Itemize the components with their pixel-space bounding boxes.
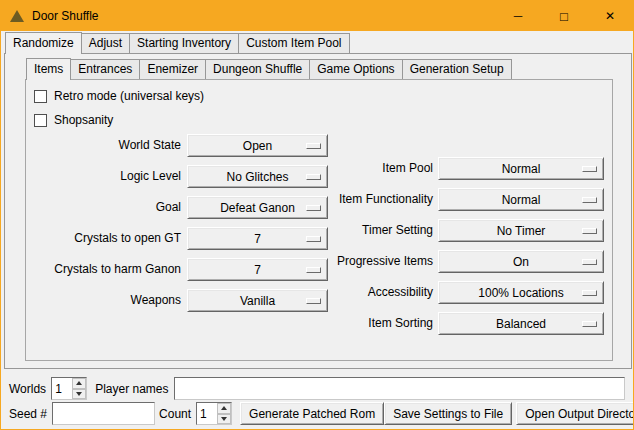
count-spinner [196,402,232,425]
logic-level-dropdown[interactable]: No Glitches [187,165,328,188]
world-state-label: World State [25,134,181,157]
seed-row: Seed # Count Generate Patched Rom Save S… [9,402,627,425]
crystals-open-gt-value: 7 [254,232,261,246]
seed-label: Seed # [9,407,47,421]
goal-label: Goal [25,196,181,219]
seed-input[interactable] [52,402,155,425]
count-label: Count [159,407,191,421]
logic-level-label: Logic Level [25,165,181,188]
crystals-harm-ganon-label: Crystals to harm Ganon [25,258,181,281]
player-names-label: Player names [95,382,168,396]
retro-mode-label: Retro mode (universal keys) [54,89,204,103]
crystals-open-gt-dropdown[interactable]: 7 [187,227,328,250]
world-state-dropdown[interactable]: Open [187,134,328,157]
dropdown-indicator-icon [306,298,321,304]
logic-level-value: No Glitches [226,170,288,184]
items-tab-content: Retro mode (universal keys) Shopsanity W… [1,1,633,429]
generate-patched-rom-button[interactable]: Generate Patched Rom [240,402,384,425]
shopsanity-checkbox[interactable] [34,114,47,127]
dropdown-indicator-icon [582,321,597,327]
item-sorting-value: Balanced [496,317,546,331]
item-sorting-label: Item Sorting [311,312,433,335]
crystals-harm-ganon-dropdown[interactable]: 7 [187,258,328,281]
open-output-directory-button[interactable]: Open Output Directory [516,402,634,425]
worlds-spin-up-button[interactable] [72,378,86,389]
door-shuffle-window: Door Shuffle ─ □ ✕ Randomize Adjust Star… [0,0,634,430]
item-sorting-dropdown[interactable]: Balanced [438,312,604,335]
worlds-spinner-buttons [72,378,86,399]
dropdown-indicator-icon [306,143,321,149]
goal-dropdown[interactable]: Defeat Ganon [187,196,328,219]
worlds-row: Worlds Player names [9,377,625,400]
crystals-harm-ganon-value: 7 [254,263,261,277]
count-spinner-buttons [217,403,231,424]
shopsanity-label: Shopsanity [54,113,113,127]
goal-value: Defeat Ganon [220,201,295,215]
retro-mode-checkbox[interactable] [34,90,47,103]
dropdown-indicator-icon [306,205,321,211]
count-spin-down-button[interactable] [217,414,231,425]
worlds-label: Worlds [9,382,46,396]
shopsanity-row: Shopsanity [34,113,113,127]
dropdown-indicator-icon [306,236,321,242]
retro-mode-row: Retro mode (universal keys) [34,89,204,103]
player-names-input[interactable] [174,377,626,400]
spin-up-icon [221,406,227,410]
worlds-spinner-input[interactable] [52,378,72,399]
dropdown-indicator-icon [306,267,321,273]
world-state-value: Open [243,139,272,153]
spin-up-icon [76,381,82,385]
count-spin-up-button[interactable] [217,403,231,414]
spin-down-icon [221,417,227,421]
save-settings-button[interactable]: Save Settings to File [384,402,512,425]
count-spinner-input[interactable] [197,403,217,424]
crystals-open-gt-label: Crystals to open GT [25,227,181,250]
weapons-label: Weapons [25,289,181,312]
weapons-value: Vanilla [240,294,275,308]
worlds-spinner [51,377,87,400]
spin-down-icon [76,392,82,396]
weapons-dropdown[interactable]: Vanilla [187,289,328,312]
worlds-spin-down-button[interactable] [72,389,86,400]
dropdown-indicator-icon [306,174,321,180]
